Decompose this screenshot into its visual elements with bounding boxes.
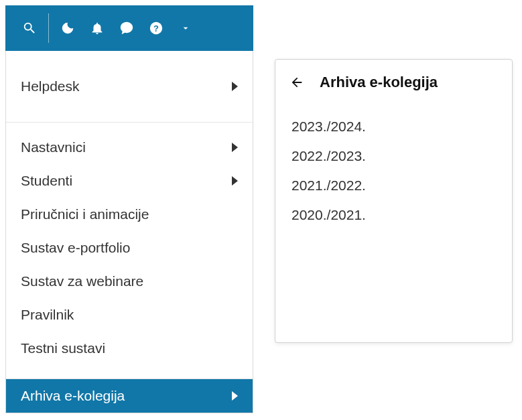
submenu-panel: Arhiva e-kolegija 2023./2024. 2022./2023… [275, 59, 513, 343]
menu-item-pravilnik[interactable]: Pravilnik [6, 298, 253, 332]
toolbar: ? [5, 5, 253, 51]
menu-item-arhiva[interactable]: Arhiva e-kolegija [6, 379, 253, 413]
speech-icon[interactable] [112, 13, 141, 43]
menu-item-label: Helpdesk [21, 78, 80, 94]
menu-item-label: Sustav za webinare [21, 273, 143, 289]
menu-item-label: Arhiva e-kolegija [21, 388, 125, 404]
svg-text:?: ? [153, 23, 159, 33]
back-arrow-icon[interactable] [287, 73, 306, 92]
submenu-header: Arhiva e-kolegija [275, 60, 512, 107]
chevron-right-icon [232, 391, 238, 401]
chevron-down-icon[interactable] [171, 13, 200, 43]
dropdown-menu: Helpdesk Nastavnici Studenti Priručnici … [5, 51, 253, 413]
menu-item-eportfolio[interactable]: Sustav e-portfolio [6, 231, 253, 265]
submenu-item[interactable]: 2021./2022. [275, 171, 512, 200]
menu-item-label: Sustav e-portfolio [21, 240, 130, 256]
menu-item-label: Pravilnik [21, 307, 74, 323]
help-icon[interactable]: ? [141, 13, 171, 43]
menu-item-label: Nastavnici [21, 139, 86, 155]
moon-icon[interactable] [53, 13, 82, 43]
menu-item-studenti[interactable]: Studenti [6, 164, 253, 198]
chevron-right-icon [232, 176, 238, 186]
menu-item-webinare[interactable]: Sustav za webinare [6, 265, 253, 298]
menu-item-label: Studenti [21, 173, 72, 189]
submenu-item[interactable]: 2020./2021. [275, 200, 512, 230]
submenu-item[interactable]: 2023./2024. [275, 112, 512, 141]
chevron-right-icon [232, 82, 238, 91]
submenu-item[interactable]: 2022./2023. [275, 141, 512, 171]
menu-item-label: Testni sustavi [21, 340, 105, 356]
search-icon[interactable] [15, 13, 44, 43]
submenu-list: 2023./2024. 2022./2023. 2021./2022. 2020… [275, 107, 512, 235]
bell-icon[interactable] [82, 13, 112, 43]
menu-item-prirucnici[interactable]: Priručnici i animacije [6, 198, 253, 231]
menu-item-nastavnici[interactable]: Nastavnici [6, 131, 253, 164]
toolbar-divider [48, 13, 49, 43]
menu-item-label: Priručnici i animacije [21, 206, 149, 222]
left-panel: ? Helpdesk Nastavnici Studenti Priručnic… [5, 5, 253, 413]
chevron-right-icon [232, 143, 238, 152]
menu-item-testni[interactable]: Testni sustavi [6, 332, 253, 365]
submenu-title: Arhiva e-kolegija [320, 74, 438, 91]
menu-item-helpdesk[interactable]: Helpdesk [6, 70, 253, 103]
